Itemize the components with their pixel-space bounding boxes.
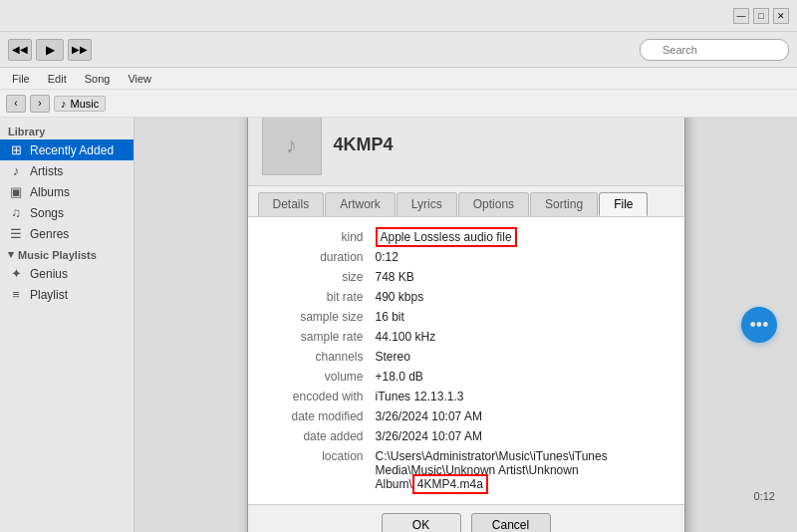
datemod-label: date modified (262, 406, 372, 426)
kind-value: Apple Lossless audio file (372, 227, 670, 247)
channels-row: channels Stereo (262, 347, 670, 367)
music-icon: ♪ (61, 98, 67, 110)
dialog-header: ♪ 4KMP4 (248, 118, 684, 186)
sidebar-songs-label: Songs (30, 206, 64, 220)
tab-sorting[interactable]: Sorting (530, 192, 598, 216)
nav-row: ‹ › ♪ Music (0, 90, 797, 118)
location-label: location (262, 446, 372, 494)
size-label: size (262, 267, 372, 287)
file-info-table: kind Apple Lossless audio file duration … (262, 227, 670, 494)
ok-button[interactable]: OK (382, 513, 461, 533)
play-button[interactable]: ▶ (36, 39, 64, 61)
track-icon: ♪ (286, 133, 297, 158)
sidebar-genres-label: Genres (30, 227, 69, 241)
dialog-content: kind Apple Lossless audio file duration … (248, 217, 684, 505)
size-value: 748 KB (372, 267, 670, 287)
samplesize-label: sample size (262, 307, 372, 327)
datemod-row: date modified 3/26/2024 10:07 AM (262, 406, 670, 426)
tab-lyrics[interactable]: Lyrics (397, 192, 457, 216)
tab-bar: Details Artwork Lyrics Options Sorting F… (248, 186, 684, 217)
dateadded-value: 3/26/2024 10:07 AM (372, 426, 670, 446)
dialog-buttons: OK Cancel (248, 505, 684, 533)
sidebar-item-genres[interactable]: ☰ Genres (0, 223, 133, 244)
title-bar-controls: — □ ✕ (733, 8, 789, 24)
sidebar-item-songs[interactable]: ♫ Songs (0, 202, 133, 223)
channels-label: channels (262, 347, 372, 367)
toolbar: ◀◀ ▶ ▶▶ 🔍 (0, 32, 797, 68)
encoded-label: encoded with (262, 387, 372, 406)
duration-label: duration (262, 247, 372, 267)
artists-icon: ♪ (8, 163, 24, 178)
sidebar-item-albums[interactable]: ▣ Albums (0, 181, 133, 202)
samplesize-value: 16 bit (372, 307, 670, 327)
music-label: Music (71, 98, 100, 110)
bitrate-label: bit rate (262, 287, 372, 307)
forward-button[interactable]: ▶▶ (68, 39, 92, 61)
nav-forward-arrow[interactable]: › (30, 95, 50, 113)
playlists-chevron: ▾ (8, 248, 14, 261)
samplerate-row: sample rate 44.100 kHz (262, 327, 670, 347)
duration-row: duration 0:12 (262, 247, 670, 267)
recently-added-icon: ⊞ (8, 142, 24, 157)
tab-file[interactable]: File (599, 192, 648, 216)
samplerate-label: sample rate (262, 327, 372, 347)
playlist-icon: ≡ (8, 287, 24, 302)
search-container: 🔍 (640, 39, 789, 61)
sidebar-albums-label: Albums (30, 185, 70, 199)
dateadded-row: date added 3/26/2024 10:07 AM (262, 426, 670, 446)
menu-bar: File Edit Song View (0, 68, 797, 90)
size-row: size 748 KB (262, 267, 670, 287)
sidebar-item-recently-added[interactable]: ⊞ Recently Added (0, 139, 133, 160)
menu-view[interactable]: View (120, 71, 159, 87)
music-badge: ♪ Music (54, 96, 106, 112)
location-path: C:\Users\Administrator\Music\iTunes\iTun… (376, 449, 608, 491)
sidebar-recently-added-label: Recently Added (30, 143, 114, 157)
minimize-button[interactable]: — (733, 8, 749, 24)
channels-value: Stereo (372, 347, 670, 367)
track-info-dialog: ♪ 4KMP4 Details Artwork Lyrics Options S… (247, 118, 685, 532)
genius-icon: ✦ (8, 266, 24, 281)
dialog-overlay: ♪ 4KMP4 Details Artwork Lyrics Options S… (134, 118, 797, 532)
samplerate-value: 44.100 kHz (372, 327, 670, 347)
menu-song[interactable]: Song (77, 71, 119, 87)
volume-value: +18.0 dB (372, 367, 670, 387)
albums-icon: ▣ (8, 184, 24, 199)
dateadded-label: date added (262, 426, 372, 446)
search-input[interactable] (640, 39, 789, 61)
menu-edit[interactable]: Edit (40, 71, 75, 87)
tab-artwork[interactable]: Artwork (325, 192, 396, 216)
sidebar-artists-label: Artists (30, 164, 63, 178)
sidebar-item-playlist[interactable]: ≡ Playlist (0, 284, 133, 305)
nav-back-arrow[interactable]: ‹ (6, 95, 26, 113)
kind-row: kind Apple Lossless audio file (262, 227, 670, 247)
playlists-label: Music Playlists (18, 249, 97, 261)
sidebar-genius-label: Genius (30, 267, 68, 281)
menu-file[interactable]: File (4, 71, 38, 87)
close-button[interactable]: ✕ (773, 8, 789, 24)
encoded-row: encoded with iTunes 12.13.1.3 (262, 387, 670, 406)
genres-icon: ☰ (8, 226, 24, 241)
tab-details[interactable]: Details (258, 192, 325, 216)
sidebar: Library ⊞ Recently Added ♪ Artists ▣ Alb… (0, 118, 134, 532)
encoded-value: iTunes 12.13.1.3 (372, 387, 670, 406)
bitrate-row: bit rate 490 kbps (262, 287, 670, 307)
main-content: Library ⊞ Recently Added ♪ Artists ▣ Alb… (0, 118, 797, 532)
back-button[interactable]: ◀◀ (8, 39, 32, 61)
track-title: 4KMP4 (334, 134, 394, 155)
playlists-section[interactable]: ▾ Music Playlists (0, 244, 133, 263)
datemod-value: 3/26/2024 10:07 AM (372, 406, 670, 426)
library-label: Library (0, 122, 133, 139)
maximize-button[interactable]: □ (753, 8, 769, 24)
tab-options[interactable]: Options (458, 192, 529, 216)
sidebar-item-genius[interactable]: ✦ Genius (0, 263, 133, 284)
cancel-button[interactable]: Cancel (471, 513, 551, 533)
bitrate-value: 490 kbps (372, 287, 670, 307)
location-filename: 4KMP4.m4a (412, 474, 488, 494)
duration-value: 0:12 (372, 247, 670, 267)
songs-icon: ♫ (8, 205, 24, 220)
samplesize-row: sample size 16 bit (262, 307, 670, 327)
volume-row: volume +18.0 dB (262, 367, 670, 387)
sidebar-playlist-label: Playlist (30, 288, 68, 302)
sidebar-item-artists[interactable]: ♪ Artists (0, 160, 133, 181)
title-bar: — □ ✕ (0, 0, 797, 32)
